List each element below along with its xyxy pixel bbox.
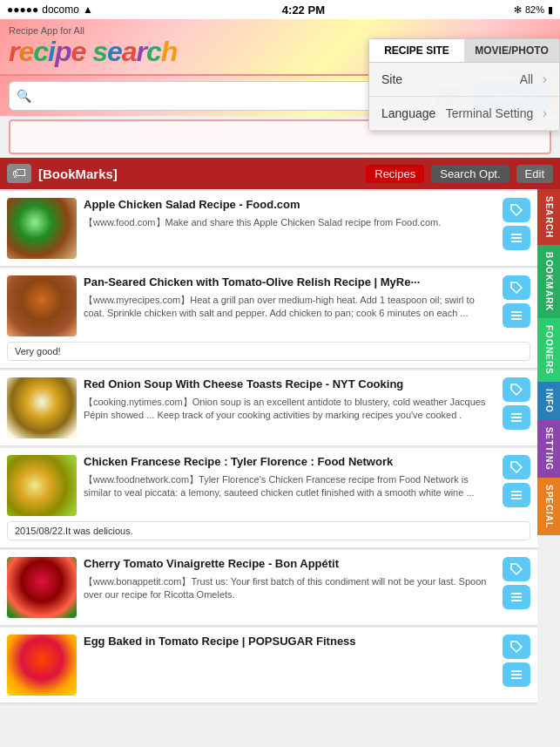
side-nav-item-search[interactable]: SEARCH [537, 189, 560, 245]
site-arrow-icon: › [543, 71, 547, 86]
recipe-thumbnail[interactable] [7, 275, 77, 336]
dropdown-tabs: RECIPE SITE MOVIE/PHOTO [369, 39, 559, 63]
svg-rect-7 [511, 417, 522, 418]
status-bar: ●●●●● docomo ▲ 4:22 PM ✻ 82% ▮ [0, 0, 560, 19]
svg-rect-8 [511, 420, 522, 422]
recipe-tag-button[interactable] [503, 275, 530, 300]
recipe-actions [503, 635, 530, 696]
side-nav-item-info[interactable]: INFO [537, 382, 560, 420]
recipe-card: Chicken Francese Recipe : Tyler Florence… [0, 448, 537, 548]
side-nav-item-special[interactable]: SPECIAL [537, 478, 560, 535]
recipe-actions [503, 455, 530, 516]
recipe-title[interactable]: Apple Chicken Salad Recipe - Food.com [84, 198, 492, 213]
recipe-thumbnail[interactable] [7, 635, 77, 696]
recipe-card: Apple Chicken Salad Recipe - Food.com【ww… [0, 191, 537, 267]
recipe-tag-button[interactable] [503, 455, 530, 479]
svg-rect-0 [511, 234, 522, 235]
svg-rect-13 [511, 596, 522, 598]
recipe-title[interactable]: Chicken Francese Recipe : Tyler Florence… [84, 455, 492, 470]
side-nav-item-bookmark[interactable]: BOOKMARK [537, 245, 560, 318]
recipe-tag-button[interactable] [503, 198, 530, 222]
svg-rect-16 [511, 674, 522, 676]
recipe-desc: 【www.myrecipes.com】Heat a grill pan over… [84, 294, 492, 321]
dropdown-tab-movie-photo[interactable]: MOVIE/PHOTO [464, 39, 559, 62]
recipe-thumbnail[interactable] [7, 455, 77, 516]
svg-rect-6 [511, 413, 522, 415]
bookmarks-tab-search-opt[interactable]: Search Opt. [431, 165, 509, 183]
recipe-title[interactable]: Pan-Seared Chicken with Tomato-Olive Rel… [84, 275, 492, 290]
recipe-list-button[interactable] [503, 585, 530, 609]
edit-button[interactable]: Edit [516, 165, 553, 183]
svg-rect-9 [511, 491, 522, 492]
side-nav-item-fooners[interactable]: FOONERS [537, 318, 560, 381]
dropdown-tab-recipe-site[interactable]: RECIPE SITE [369, 39, 464, 62]
recipe-thumbnail[interactable] [7, 557, 77, 618]
recipe-list-button[interactable] [503, 405, 530, 430]
recipe-thumbnail[interactable] [7, 198, 77, 259]
language-value: Terminal Setting › [446, 105, 547, 121]
status-right: ✻ 82% ▮ [514, 4, 553, 16]
recipe-list-button[interactable] [503, 483, 530, 507]
bookmarks-label: [BookMarks] [38, 166, 359, 181]
recipe-info: Apple Chicken Salad Recipe - Food.com【ww… [84, 198, 492, 259]
battery-level: 82% [525, 4, 544, 15]
recipe-card: Pan-Seared Chicken with Tomato-Olive Rel… [0, 268, 537, 369]
language-row[interactable]: Language Terminal Setting › [369, 97, 559, 131]
recipe-list-button[interactable] [503, 303, 530, 328]
recipe-tag-button[interactable] [503, 557, 530, 581]
main-content: Apple Chicken Salad Recipe - Food.com【ww… [0, 189, 560, 705]
svg-rect-10 [511, 494, 522, 496]
recipe-card-top: Apple Chicken Salad Recipe - Food.com【ww… [7, 198, 530, 259]
recipe-card: Red Onion Soup With Cheese Toasts Recipe… [0, 370, 537, 446]
wifi-icon: ▲ [83, 3, 93, 16]
recipe-card: Egg Baked in Tomato Recipe | POPSUGAR Fi… [0, 628, 537, 703]
recipe-card-top: Egg Baked in Tomato Recipe | POPSUGAR Fi… [7, 635, 530, 696]
app-for-all-label: Recipe App for All [9, 25, 177, 36]
recipe-desc: 【cooking.nytimes.com】Onion soup is an ex… [84, 396, 492, 423]
status-left: ●●●●● docomo ▲ [7, 3, 93, 16]
svg-rect-17 [511, 677, 522, 679]
recipe-title[interactable]: Egg Baked in Tomato Recipe | POPSUGAR Fi… [84, 635, 492, 649]
app-title: recipe search [9, 36, 177, 68]
search-magnifier-icon: 🔍 [17, 89, 31, 103]
recipe-title[interactable]: Cherry Tomato Vinaigrette Recipe - Bon A… [84, 557, 492, 572]
side-nav: SEARCHBOOKMARKFOONERSINFOSETTINGSPECIAL [537, 189, 560, 705]
recipe-actions [503, 377, 530, 438]
recipe-info: Red Onion Soup With Cheese Toasts Recipe… [84, 377, 492, 438]
bluetooth-icon: ✻ [514, 4, 522, 16]
recipe-title[interactable]: Red Onion Soup With Cheese Toasts Recipe… [84, 377, 492, 392]
recipe-list-button[interactable] [503, 662, 530, 687]
recipe-info: Chicken Francese Recipe : Tyler Florence… [84, 455, 492, 516]
svg-rect-12 [511, 593, 522, 594]
bookmarks-tab-recipes[interactable]: Recipes [366, 165, 424, 183]
recipe-card-top: Chicken Francese Recipe : Tyler Florence… [7, 455, 530, 516]
recipe-thumbnail[interactable] [7, 377, 77, 438]
svg-rect-2 [511, 241, 522, 242]
recipe-info: Egg Baked in Tomato Recipe | POPSUGAR Fi… [84, 635, 492, 696]
recipe-card: Cherry Tomato Vinaigrette Recipe - Bon A… [0, 550, 537, 626]
time-display: 4:22 PM [282, 3, 325, 17]
carrier-label: docomo [42, 3, 79, 16]
battery-icon: ▮ [548, 4, 553, 16]
svg-rect-1 [511, 237, 522, 239]
bookmarks-tag-icon: 🏷 [7, 164, 31, 183]
recipe-info: Pan-Seared Chicken with Tomato-Olive Rel… [84, 275, 492, 336]
language-label: Language [381, 106, 435, 120]
recipe-info: Cherry Tomato Vinaigrette Recipe - Bon A… [84, 557, 492, 618]
recipe-list-button[interactable] [503, 226, 530, 250]
recipe-comment: 2015/08/22.It was delicious. [7, 521, 530, 540]
recipe-card-top: Red Onion Soup With Cheese Toasts Recipe… [7, 377, 530, 438]
bookmarks-bar: 🏷 [BookMarks] Recipes Search Opt. Edit [0, 158, 560, 189]
recipe-tag-button[interactable] [503, 377, 530, 402]
svg-rect-14 [511, 600, 522, 601]
svg-rect-4 [511, 315, 522, 316]
signal-dots: ●●●●● [7, 3, 38, 16]
side-nav-item-setting[interactable]: SETTING [537, 420, 560, 478]
recipe-card-top: Pan-Seared Chicken with Tomato-Olive Rel… [7, 275, 530, 336]
language-arrow-icon: › [543, 105, 547, 120]
site-label: Site [381, 72, 402, 86]
recipe-card-top: Cherry Tomato Vinaigrette Recipe - Bon A… [7, 557, 530, 618]
recipe-tag-button[interactable] [503, 635, 530, 659]
svg-rect-5 [511, 318, 522, 320]
site-row[interactable]: Site All › [369, 63, 559, 97]
